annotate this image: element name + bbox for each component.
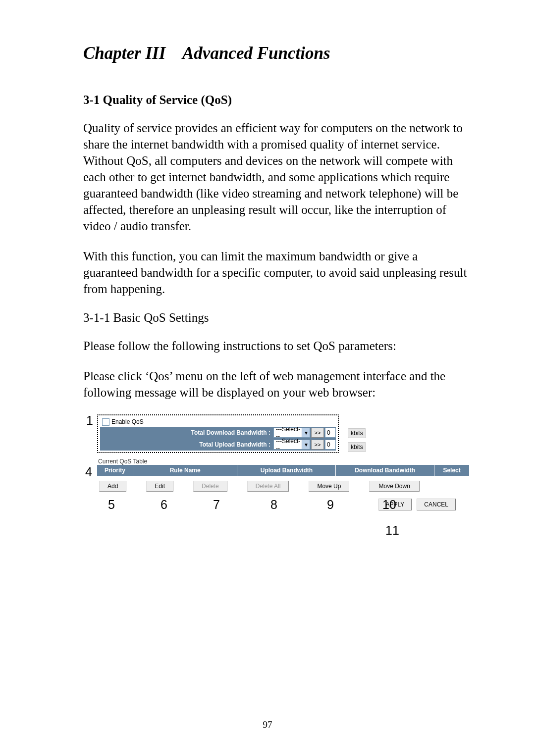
annot-8: 8 bbox=[270, 498, 277, 512]
subsection-title: 3-1-1 Basic QoS Settings bbox=[83, 311, 468, 325]
annot-11: 11 bbox=[385, 523, 399, 538]
col-upload-bw: Upload Bandwidth bbox=[237, 465, 336, 476]
annot-1: 1 bbox=[86, 413, 93, 428]
enable-qos-checkbox[interactable] bbox=[102, 418, 109, 426]
bandwidth-block: Enable QoS Total Download Bandwidth : --… bbox=[97, 414, 483, 453]
download-bw-input[interactable]: 0 bbox=[325, 428, 336, 438]
enable-qos-label: Enable QoS bbox=[111, 418, 144, 425]
annot-7: 7 bbox=[213, 498, 220, 512]
paragraph-3: Please follow the following instructions… bbox=[83, 338, 468, 354]
total-download-label: Total Download Bandwidth : bbox=[100, 429, 273, 436]
chevron-down-icon: ▾ bbox=[302, 428, 310, 437]
add-button[interactable]: Add bbox=[99, 481, 126, 492]
download-unit-label: kbits bbox=[348, 428, 366, 438]
section-title: 3-1 Quality of Service (QoS) bbox=[83, 93, 468, 107]
upload-bw-select[interactable]: ---Select--- ▾ bbox=[273, 440, 310, 450]
upload-apply-button[interactable]: >> bbox=[311, 440, 324, 450]
col-rule-name: Rule Name bbox=[133, 465, 238, 476]
move-down-button[interactable]: Move Down bbox=[369, 481, 419, 492]
action-button-row: Add Edit Delete Delete All Move Up Move … bbox=[99, 481, 470, 492]
delete-all-button[interactable]: Delete All bbox=[247, 481, 289, 492]
download-apply-button[interactable]: >> bbox=[311, 428, 324, 438]
download-bw-select[interactable]: ---Select--- ▾ bbox=[273, 428, 310, 438]
annot-5: 5 bbox=[108, 498, 115, 512]
total-upload-label: Total Upload Bandwidth : bbox=[100, 441, 273, 448]
delete-button[interactable]: Delete bbox=[193, 481, 227, 492]
col-download-bw: Download Bandwidth bbox=[336, 465, 434, 476]
edit-button[interactable]: Edit bbox=[146, 481, 173, 492]
chevron-down-icon: ▾ bbox=[302, 440, 310, 449]
paragraph-1: Quality of service provides an efficient… bbox=[83, 120, 468, 234]
page-number: 97 bbox=[0, 719, 535, 730]
annot-4: 4 bbox=[85, 465, 92, 479]
col-priority: Priority bbox=[97, 465, 133, 476]
col-select: Select bbox=[434, 465, 470, 476]
annot-10: 10 bbox=[382, 498, 396, 512]
move-up-button[interactable]: Move Up bbox=[309, 481, 349, 492]
annot-9: 9 bbox=[327, 498, 334, 512]
paragraph-2: With this function, you can limit the ma… bbox=[83, 248, 468, 297]
qos-figure: 1 2 3 4 Enable QoS Total Download Bandwi… bbox=[83, 414, 470, 510]
chapter-title: Chapter III Advanced Functions bbox=[83, 44, 468, 63]
upload-unit-label: kbits bbox=[348, 442, 366, 452]
cancel-button[interactable]: CANCEL bbox=[417, 499, 456, 510]
qos-table-header: Priority Rule Name Upload Bandwidth Down… bbox=[97, 465, 470, 476]
paragraph-4: Please click ‘Qos’ menu on the left of w… bbox=[83, 368, 468, 401]
upload-bw-input[interactable]: 0 bbox=[325, 440, 336, 450]
annot-6: 6 bbox=[160, 498, 167, 512]
upload-bw-select-value: ---Select--- bbox=[276, 438, 302, 452]
table-caption: Current QoS Table bbox=[98, 458, 470, 465]
